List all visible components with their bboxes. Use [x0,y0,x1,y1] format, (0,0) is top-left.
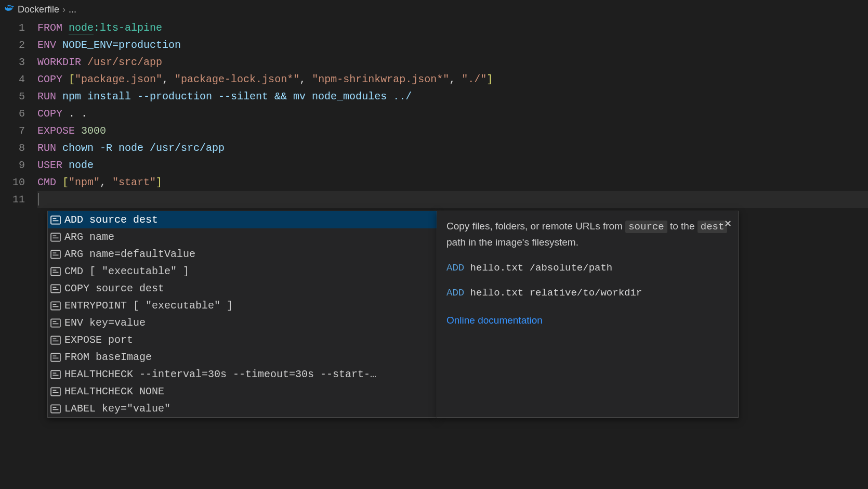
code-line[interactable]: WORKDIR /usr/src/app [37,54,868,71]
suggestion-example: ADD hello.txt /absolute/path [446,260,729,276]
snippet-icon [50,249,61,260]
line-number: 6 [0,105,25,122]
suggestion-label: EXPOSE port [64,332,133,349]
code-line[interactable]: ENV NODE_ENV=production [37,36,868,54]
line-number: 8 [0,139,25,157]
suggestion-label: ENTRYPOINT [ "executable" ] [64,298,233,314]
snippet-icon [50,317,61,329]
suggestion-label: FROM baseImage [64,349,152,366]
suggestion-item[interactable]: ENTRYPOINT [ "executable" ] [48,297,437,314]
snippet-icon [50,231,61,243]
suggestion-label: COPY source dest [64,280,164,297]
suggestion-label: ADD source dest [64,212,158,228]
editor[interactable]: 1 2 3 4 5 6 7 8 9 10 11 FROM node:lts-al… [0,19,868,208]
svg-rect-33 [51,405,60,413]
suggestion-item[interactable]: ENV key=value [48,314,437,331]
code-line[interactable]: COPY ["package.json", "package-lock.json… [37,71,868,88]
suggestion-item[interactable]: EXPOSE port [48,331,437,349]
line-number: 3 [0,54,25,71]
svg-rect-15 [51,302,60,310]
code-line[interactable]: FROM node:lts-alpine [37,19,868,36]
suggestion-label: ENV key=value [64,315,146,331]
suggestion-description: Copy files, folders, or remote URLs from… [446,218,729,251]
suggestion-item[interactable]: HEALTHCHECK NONE [48,383,437,400]
intellisense-suggestions[interactable]: ADD source destARG nameARG name=defaultV… [47,211,437,418]
suggestion-label: HEALTHCHECK --interval=30s --timeout=30s… [64,366,376,383]
snippet-icon [50,403,61,415]
line-number: 7 [0,122,25,139]
text-cursor [38,193,38,205]
svg-rect-9 [51,267,60,275]
docker-icon [4,2,15,17]
snippet-icon [50,214,61,226]
svg-rect-0 [51,216,60,224]
suggestion-item[interactable]: CMD [ "executable" ] [48,263,437,280]
suggestion-label: CMD [ "executable" ] [64,263,189,280]
code-area[interactable]: FROM node:lts-alpine ENV NODE_ENV=produc… [37,19,868,208]
svg-rect-18 [51,319,60,327]
snippet-icon [50,386,61,397]
online-documentation-link[interactable]: Online documentation [446,313,729,328]
code-line[interactable]: COPY . . [37,105,868,122]
suggestion-item[interactable]: FROM baseImage [48,349,437,366]
svg-rect-21 [51,336,60,344]
svg-rect-30 [51,388,60,395]
suggestion-detail-panel: ✕ Copy files, folders, or remote URLs fr… [437,211,739,418]
breadcrumb-rest[interactable]: ... [69,2,76,17]
svg-rect-24 [51,353,60,361]
code-line[interactable]: EXPOSE 3000 [37,122,868,139]
snippet-icon [50,283,61,294]
chevron-right-icon: › [62,2,65,17]
suggestion-item[interactable]: ADD source dest [48,211,437,228]
suggestion-label: ARG name=defaultValue [64,246,195,263]
snippet-icon [50,352,61,363]
code-line-current[interactable] [37,191,868,208]
code-line[interactable]: RUN chown -R node /usr/src/app [37,139,868,157]
line-number: 4 [0,71,25,88]
snippet-icon [50,266,61,277]
close-icon[interactable]: ✕ [724,216,732,231]
suggestion-item[interactable]: HEALTHCHECK --interval=30s --timeout=30s… [48,366,437,383]
line-number: 10 [0,174,25,191]
svg-rect-27 [51,370,60,378]
breadcrumb-file[interactable]: Dockerfile [18,2,59,17]
svg-rect-3 [51,233,60,241]
snippet-icon [50,334,61,346]
code-line[interactable]: RUN npm install --production --silent &&… [37,88,868,105]
suggestion-item[interactable]: ARG name [48,228,437,246]
suggestion-label: HEALTHCHECK NONE [64,383,164,400]
code-line[interactable]: CMD ["npm", "start"] [37,174,868,191]
line-number: 9 [0,157,25,174]
suggestion-example: ADD hello.txt relative/to/workdir [446,285,729,301]
suggestion-label: LABEL key="value" [64,401,170,417]
line-number: 1 [0,19,25,36]
svg-rect-12 [51,285,60,292]
snippet-icon [50,300,61,312]
snippet-icon [50,369,61,380]
line-number: 11 [0,191,25,208]
suggestion-item[interactable]: ARG name=defaultValue [48,246,437,263]
suggestion-label: ARG name [64,229,114,246]
line-number: 2 [0,36,25,54]
svg-rect-6 [51,250,60,258]
line-number-gutter: 1 2 3 4 5 6 7 8 9 10 11 [0,19,37,208]
suggestion-item[interactable]: COPY source dest [48,280,437,297]
line-number: 5 [0,88,25,105]
breadcrumb[interactable]: Dockerfile › ... [0,0,868,19]
code-line[interactable]: USER node [37,157,868,174]
suggestion-item[interactable]: LABEL key="value" [48,400,437,417]
